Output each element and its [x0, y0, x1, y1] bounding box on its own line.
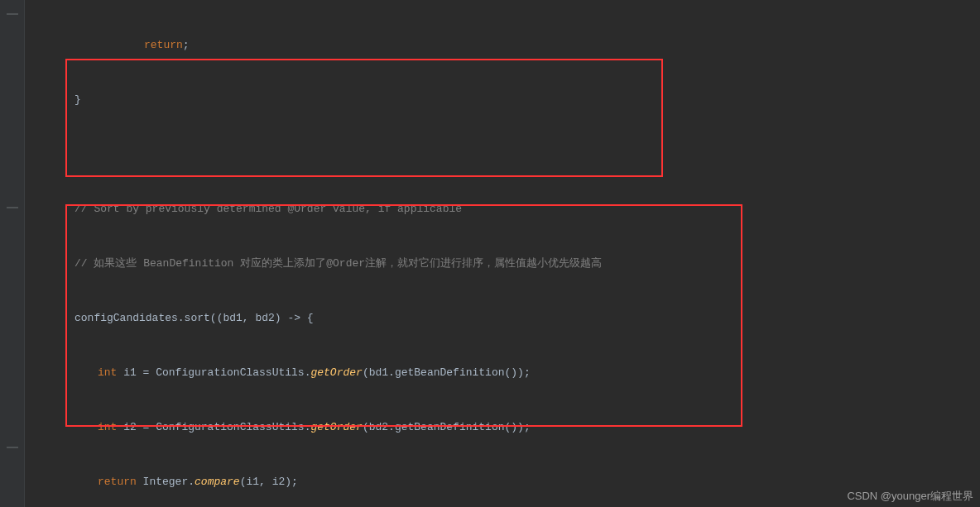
watermark: CSDN @younger编程世界	[847, 489, 973, 504]
editor-gutter	[0, 0, 25, 507]
code-line: // Sort by previously determined @Order …	[28, 200, 980, 218]
code-line: // 如果这些 BeanDefinition 对应的类上添加了@Order注解，…	[28, 255, 980, 273]
code-line: return;	[28, 36, 980, 55]
code-line: }	[28, 91, 980, 109]
code-line	[28, 146, 980, 164]
code-line: return Integer.compare(i1, i2);	[28, 473, 980, 491]
code-editor[interactable]: return; } // Sort by previously determin…	[25, 0, 980, 507]
code-line: int i2 = ConfigurationClassUtils.getOrde…	[28, 419, 980, 437]
code-line: configCandidates.sort((bd1, bd2) -> {	[28, 309, 980, 328]
code-line: int i1 = ConfigurationClassUtils.getOrde…	[28, 364, 980, 382]
